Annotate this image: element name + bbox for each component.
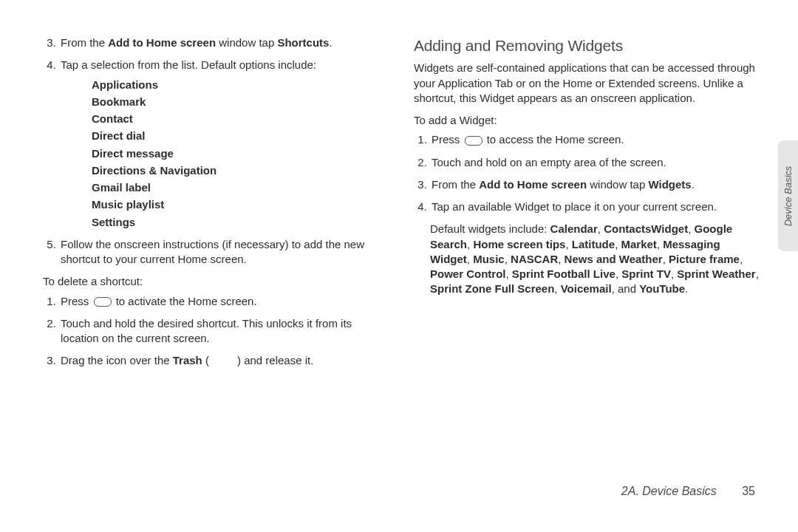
default-widgets-block: Default widgets include: Calendar, Conta… [414,222,763,296]
a3-text-b: Add to Home screen [479,178,587,191]
a2-text: Touch and hold on an empty area of the s… [432,156,666,168]
option-contact: Contact [92,112,392,126]
step3-text-a: From the [61,36,108,49]
d2-text: Touch and hold the desired shortcut. Thi… [61,317,352,344]
widget-picture-frame: Picture frame [669,253,740,265]
widget-step-2: Touch and hold on an empty area of the s… [430,155,763,170]
widget-market: Market [621,238,656,250]
widget-power-control: Power Control [430,267,506,280]
widget-sprint-tv: Sprint TV [621,267,671,280]
option-music-playlist: Music playlist [92,197,392,212]
delete-step-3: Drag the icon over the Trash () and rele… [59,353,392,368]
home-button-icon [465,136,482,146]
w-and: , and [612,282,640,295]
widgets-intro: Widgets are self-contained applications … [414,61,763,106]
widget-nascar: NASCAR [511,253,558,265]
d1-text-a: Press [61,295,92,307]
defaults-intro: Default widgets include: [430,222,550,235]
widget-step-3: From the Add to Home screen window tap W… [430,177,763,192]
section-tab-label: Device Basics [782,166,794,226]
widget-step-4: Tap an available Widget to place it on y… [430,200,763,214]
step5-text: Follow the onscreen instructions (if nec… [61,238,364,265]
right-column: Adding and Removing Widgets Widgets are … [414,35,763,376]
section-tab: Device Basics [778,140,798,251]
d3-trash: Trash [173,354,202,366]
widget-contacts: ContactsWidget [604,222,688,235]
w-period: . [685,282,688,295]
page-footer: 2A. Device Basics 35 [621,485,755,498]
default-options-list: Applications Bookmark Contact Direct dia… [61,78,392,230]
a1-text-b: to access the Home screen. [484,133,624,146]
a3-text-d: Widgets [648,178,691,191]
left-column: From the Add to Home screen window tap S… [43,35,392,376]
option-applications: Applications [92,78,392,92]
step3-text-e: . [329,36,332,49]
widget-home-tips: Home screen tips [473,238,565,250]
widget-news-weather: News and Weather [565,253,663,265]
widget-sprint-zone: Sprint Zone Full Screen [430,282,554,295]
widget-voicemail: Voicemail [561,282,612,295]
step3-text-c: window tap [216,36,277,49]
delete-shortcut-heading: To delete a shortcut: [43,274,392,289]
page-number: 35 [742,485,755,498]
footer-section: 2A. Device Basics [621,485,717,497]
delete-step-1: Press to activate the Home screen. [59,294,392,309]
a3-text-a: From the [432,178,479,191]
step3-text-d: Shortcuts [277,36,329,49]
option-settings: Settings [92,215,392,230]
d3-text-c: ( [202,354,209,366]
a1-text-a: Press [432,133,463,146]
step-3: From the Add to Home screen window tap S… [59,35,392,50]
option-bookmark: Bookmark [92,95,392,109]
d1-text-b: to activate the Home screen. [113,295,257,307]
widgets-section-title: Adding and Removing Widgets [414,35,763,56]
step3-text-b: Add to Home screen [108,36,216,49]
widget-sprint-weather: Sprint Weather [677,267,755,280]
d3-text-d: ) and release it. [237,354,313,366]
option-direct-message: Direct message [92,146,392,161]
option-gmail-label: Gmail label [92,180,392,195]
step-4: Tap a selection from the list. Default o… [59,58,392,230]
step4-text: Tap a selection from the list. Default o… [61,58,316,71]
option-directions-navigation: Directions & Navigation [92,163,392,178]
delete-step-2: Touch and hold the desired shortcut. Thi… [59,316,392,347]
widget-music: Music [473,253,505,265]
add-widget-heading: To add a Widget: [414,113,763,128]
d3-text-a: Drag the icon over the [61,354,173,366]
shortcut-add-steps: From the Add to Home screen window tap S… [43,35,392,267]
a3-text-c: window tap [587,178,648,191]
widget-step-1: Press to access the Home screen. [430,132,763,147]
a4-text: Tap an available Widget to place it on y… [432,200,717,213]
widget-latitude: Latitude [572,238,615,250]
a3-text-e: . [692,178,695,191]
step-5: Follow the onscreen instructions (if nec… [59,237,392,267]
widget-calendar: Calendar [550,222,598,235]
widget-sprint-football: Sprint Football Live [512,267,615,280]
widget-add-steps: Press to access the Home screen. Touch a… [414,132,763,214]
option-direct-dial: Direct dial [92,129,392,143]
widget-youtube: YouTube [639,282,685,295]
home-button-icon [94,297,112,307]
shortcut-delete-steps: Press to activate the Home screen. Touch… [43,294,392,369]
